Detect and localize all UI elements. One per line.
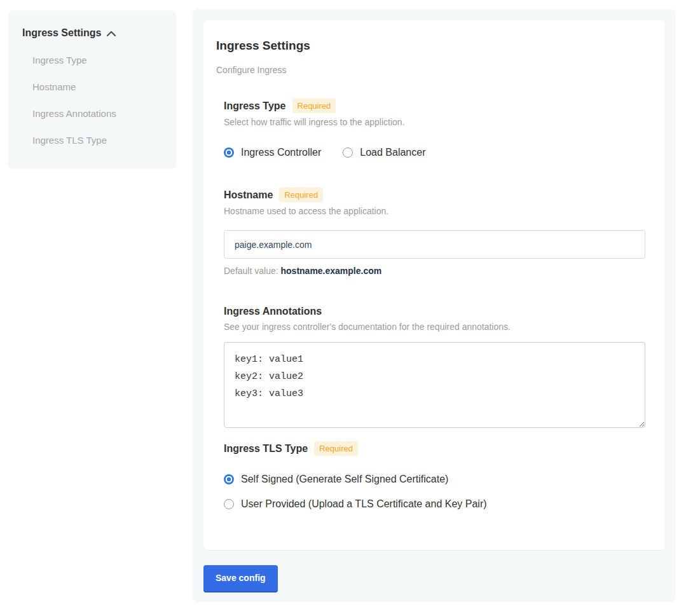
hostname-label: Hostname [224,189,273,202]
field-ingress-tls-type: Ingress TLS Type Required Self Signed (G… [224,441,652,510]
field-hostname: Hostname Required Hostname used to acces… [224,188,652,277]
sidebar-item-list: Ingress Type Hostname Ingress Annotation… [32,54,165,147]
hostname-input[interactable] [224,230,645,259]
ingress-tls-type-label: Ingress TLS Type [224,442,308,455]
save-config-button[interactable]: Save config [203,565,278,591]
radio-label: Load Balancer [360,146,425,159]
required-badge: Required [279,188,323,202]
ingress-annotations-label: Ingress Annotations [224,305,322,318]
sidebar-group-title: Ingress Settings [22,27,101,39]
radio-option-ingress-controller[interactable]: Ingress Controller [224,146,321,159]
radio-label: Self Signed (Generate Self Signed Certif… [241,473,448,486]
radio-button[interactable] [343,147,353,158]
radio-button[interactable] [224,147,234,158]
ingress-type-label: Ingress Type [224,100,286,113]
ingress-annotations-textarea[interactable]: key1: value1 key2: value2 key3: value3 [224,342,645,428]
fields-container: Ingress Type Required Select how traffic… [224,99,652,510]
chevron-up-icon[interactable] [107,31,116,36]
radio-label: User Provided (Upload a TLS Certificate … [241,498,487,510]
radio-option-load-balancer[interactable]: Load Balancer [343,146,425,159]
sidebar-item-ingress-type[interactable]: Ingress Type [32,54,165,67]
radio-button[interactable] [224,499,234,509]
sidebar-group-ingress-settings[interactable]: Ingress Settings [22,27,165,39]
ingress-annotations-help: See your ingress controller's documentat… [224,322,652,332]
ingress-tls-type-options: Self Signed (Generate Self Signed Certif… [224,473,652,510]
card-title: Ingress Settings [216,38,652,53]
config-nav-sidebar: Ingress Settings Ingress Type Hostname I… [8,11,176,168]
default-value: hostname.example.com [281,266,382,276]
radio-option-user-provided[interactable]: User Provided (Upload a TLS Certificate … [224,498,652,510]
radio-label: Ingress Controller [241,146,321,159]
ingress-settings-card: Ingress Settings Configure Ingress Ingre… [203,20,665,550]
required-badge: Required [292,99,336,113]
radio-option-self-signed[interactable]: Self Signed (Generate Self Signed Certif… [224,473,652,486]
default-prefix: Default value: [224,266,281,276]
hostname-help: Hostname used to access the application. [224,206,652,217]
ingress-type-options: Ingress Controller Load Balancer [224,146,652,159]
ingress-type-help: Select how traffic will ingress to the a… [224,117,652,128]
field-ingress-annotations: Ingress Annotations See your ingress con… [224,305,652,428]
sidebar-item-ingress-tls-type[interactable]: Ingress TLS Type [32,134,165,147]
sidebar-item-hostname[interactable]: Hostname [32,81,165,93]
hostname-default-line: Default value: hostname.example.com [224,266,652,277]
config-content-panel: Ingress Settings Configure Ingress Ingre… [193,9,676,602]
card-subtitle: Configure Ingress [216,65,652,76]
field-ingress-type: Ingress Type Required Select how traffic… [224,99,652,159]
sidebar-item-ingress-annotations[interactable]: Ingress Annotations [32,107,165,120]
required-badge: Required [314,441,358,456]
radio-button[interactable] [224,474,234,484]
